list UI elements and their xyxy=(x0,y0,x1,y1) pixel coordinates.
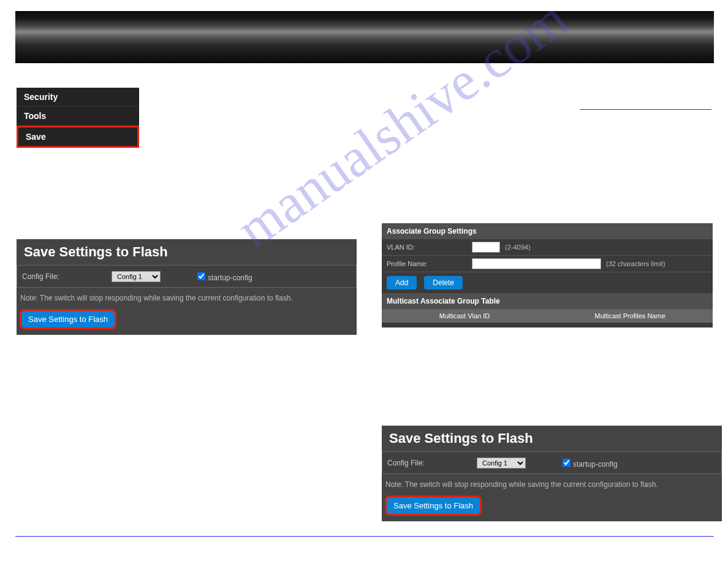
assoc-header: Associate Group Settings xyxy=(382,223,713,239)
save-panel-right: Save Settings to Flash Config File: Conf… xyxy=(382,426,722,521)
vlan-hint: (2-4094) xyxy=(505,243,531,251)
col-vlan-id: Multicast Vlan ID xyxy=(382,309,547,323)
config-file-label: Config File: xyxy=(17,270,107,283)
assoc-button-row: Add Delete xyxy=(382,272,713,293)
save-note: Note: The switch will stop responding wh… xyxy=(382,474,722,497)
startup-cell: startup-config xyxy=(190,268,356,285)
sidebar-item-tools[interactable]: Tools xyxy=(17,107,139,126)
sidebar-item-save[interactable]: Save xyxy=(17,126,139,148)
vlan-label: VLAN ID: xyxy=(382,240,468,254)
save-settings-button[interactable]: Save Settings to Flash xyxy=(387,497,480,514)
header-banner xyxy=(15,11,714,63)
assoc-table-head: Multicast Vlan ID Multicast Profiles Nam… xyxy=(382,309,713,323)
startup-cell: startup-config xyxy=(555,454,721,471)
startup-label: startup-config xyxy=(573,460,618,469)
vlan-input[interactable] xyxy=(472,242,500,253)
config-file-cell: Config 1 xyxy=(472,455,555,471)
top-link-underline xyxy=(580,109,711,110)
panel-title: Save Settings to Flash xyxy=(382,426,722,451)
config-file-select[interactable]: Config 1 xyxy=(112,271,161,282)
config-row: Config File: Config 1 startup-config xyxy=(17,265,357,288)
startup-checkbox[interactable] xyxy=(197,272,205,280)
startup-label: startup-config xyxy=(208,274,252,282)
save-note: Note: The switch will stop responding wh… xyxy=(17,288,357,311)
delete-button[interactable]: Delete xyxy=(424,276,463,289)
config-file-cell: Config 1 xyxy=(107,269,190,285)
add-button[interactable]: Add xyxy=(387,276,417,289)
profile-row: Profile Name: (32 characters limit) xyxy=(382,256,713,272)
sidebar: Security Tools Save xyxy=(17,88,139,148)
save-panel-left: Save Settings to Flash Config File: Conf… xyxy=(17,239,357,335)
sidebar-item-security[interactable]: Security xyxy=(17,88,139,107)
startup-checkbox[interactable] xyxy=(563,459,571,467)
footer-divider xyxy=(15,536,714,537)
assoc-table-body xyxy=(382,323,713,327)
vlan-row: VLAN ID: (2-4094) xyxy=(382,239,713,256)
save-settings-button[interactable]: Save Settings to Flash xyxy=(21,311,115,327)
config-file-select[interactable]: Config 1 xyxy=(477,458,526,469)
col-profiles-name: Multicast Profiles Name xyxy=(547,309,713,323)
profile-input[interactable] xyxy=(472,258,601,269)
config-row: Config File: Config 1 startup-config xyxy=(382,451,722,474)
associate-panel: Associate Group Settings VLAN ID: (2-409… xyxy=(382,223,713,327)
profile-label: Profile Name: xyxy=(382,257,468,270)
profile-hint: (32 characters limit) xyxy=(606,260,665,267)
assoc-table-header: Multicast Associate Group Table xyxy=(382,293,713,309)
panel-title: Save Settings to Flash xyxy=(17,239,357,265)
config-file-label: Config File: xyxy=(382,456,472,470)
